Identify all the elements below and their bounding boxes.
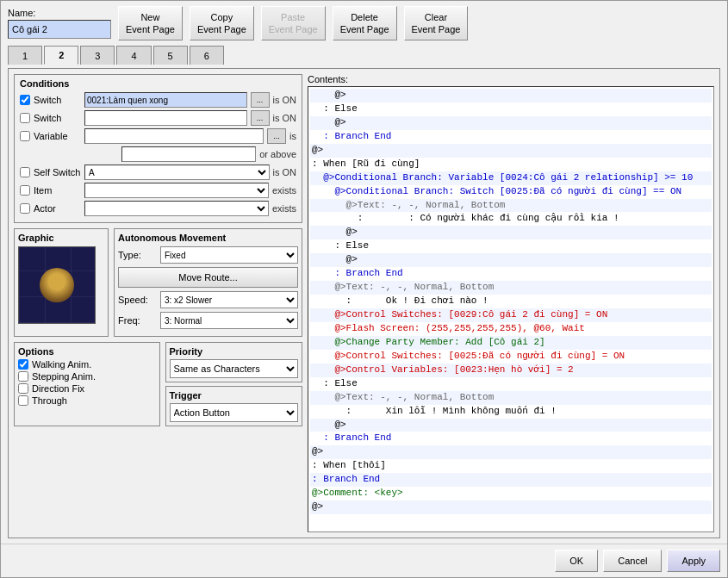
tab-5[interactable]: 5 [153, 46, 188, 65]
condition-item-select[interactable] [84, 183, 269, 198]
condition-switch1-input[interactable] [84, 92, 247, 108]
condition-switch1-ellipsis[interactable]: ... [251, 92, 270, 108]
content-line: : Branch End [310, 473, 712, 487]
priority-box: Priority Below Characters Same as Charac… [165, 342, 303, 382]
condition-item-checkbox[interactable] [20, 185, 30, 196]
content-line: @> [310, 226, 712, 239]
copy-event-page-button[interactable]: CopyEvent Page [190, 6, 254, 40]
autonomous-speed-select[interactable]: 1: x8 Slower 2: x4 Slower 3: x2 Slower 4… [160, 291, 298, 308]
tab-1[interactable]: 1 [8, 46, 42, 65]
cancel-button[interactable]: Cancel [603, 550, 662, 572]
graphic-title: Graphic [18, 233, 104, 243]
option-through-label: Through [32, 395, 67, 406]
conditions-title: Conditions [20, 78, 296, 89]
content-line: : Branch End [310, 130, 712, 144]
condition-actor-checkbox[interactable] [20, 203, 30, 214]
option-direction-fix-row: Direction Fix [18, 383, 156, 394]
ok-button[interactable]: OK [555, 550, 598, 572]
condition-switch1-checkbox[interactable] [20, 95, 30, 105]
conditions-box: Conditions Switch ... is ON Switch ... i… [14, 74, 302, 223]
tab-2[interactable]: 2 [44, 46, 78, 65]
condition-item-label: Item [34, 185, 81, 196]
condition-self-switch-checkbox[interactable] [20, 167, 30, 177]
graphic-sprite [40, 268, 74, 302]
content-line: : Ok ! Đi chơi nào ! [310, 295, 712, 308]
content-line: : Xin lỗi ! Mình không muốn đi ! [310, 405, 712, 419]
apply-button[interactable]: Apply [667, 550, 720, 572]
option-direction-fix-checkbox[interactable] [18, 383, 28, 394]
clear-event-page-button[interactable]: ClearEvent Page [404, 6, 469, 40]
autonomous-speed-row: Speed: 1: x8 Slower 2: x4 Slower 3: x2 S… [118, 291, 298, 308]
content-line: @>Control Switches: [0029:Cô gái 2 đi cù… [310, 308, 712, 322]
content-line: @>Flash Screen: (255,255,255,255), @60, … [310, 322, 712, 336]
tab-3[interactable]: 3 [80, 46, 115, 65]
trigger-select[interactable]: Action Button Player Touch Event Touch A… [170, 403, 299, 422]
new-event-page-button[interactable]: NewEvent Page [118, 6, 183, 40]
condition-switch1-label: Switch [34, 95, 81, 105]
options-box: Options Walking Anim. Stepping Anim. Dir… [14, 342, 160, 426]
condition-variable-ellipsis[interactable]: ... [267, 128, 286, 144]
option-stepping-anim-checkbox[interactable] [18, 371, 28, 382]
condition-item-suffix: exists [272, 185, 296, 196]
contents-area[interactable]: @> : Else @> : Branch End @> : When [Rũ … [308, 86, 714, 532]
condition-variable-suffix: is [289, 131, 296, 141]
condition-variable-label: Variable [34, 131, 81, 141]
options-title: Options [18, 346, 156, 357]
condition-switch2-row: Switch ... is ON [20, 110, 296, 126]
content-line: @>Conditional Branch: Variable [0024:Cô … [310, 171, 712, 185]
condition-variable-checkbox[interactable] [20, 131, 30, 141]
move-route-button[interactable]: Move Route... [118, 267, 298, 288]
event-editor-window: Name: NewEvent Page CopyEvent Page Paste… [0, 0, 728, 578]
autonomous-type-row: Type: Fixed Random Approach Custom [118, 246, 298, 264]
condition-variable-input[interactable] [84, 128, 264, 144]
content-line: : Else [310, 239, 712, 253]
condition-variable-value-row: or above [20, 146, 296, 162]
autonomous-title: Autonomous Movement [118, 233, 298, 243]
condition-variable-row: Variable ... is [20, 128, 296, 144]
condition-self-switch-label: Self Switch [34, 167, 81, 177]
autonomous-type-select[interactable]: Fixed Random Approach Custom [160, 246, 298, 264]
tab-4[interactable]: 4 [116, 46, 151, 65]
name-input[interactable] [8, 20, 111, 39]
condition-switch2-input[interactable] [84, 110, 247, 126]
condition-switch1-suffix: is ON [273, 95, 297, 105]
content-line: @> [310, 445, 712, 459]
delete-event-page-button[interactable]: DeleteEvent Page [333, 6, 397, 40]
content-line: : Else [310, 103, 712, 116]
content-line: : When [thôi] [310, 459, 712, 473]
content-line: @> [310, 144, 712, 158]
condition-variable-value-input[interactable] [121, 146, 256, 162]
paste-event-page-button[interactable]: PasteEvent Page [261, 6, 326, 40]
condition-actor-row: Actor exists [20, 201, 296, 216]
content-line: @> [310, 116, 712, 130]
content-line: @>Conditional Branch: Switch [0025:Đã có… [310, 185, 712, 199]
content-line: @>Text: -, -, Normal, Bottom [310, 199, 712, 213]
autonomous-freq-select[interactable]: 1: Lowest 2: Lower 3: Normal 4: Higher 5… [160, 312, 298, 329]
condition-switch2-ellipsis[interactable]: ... [251, 110, 270, 126]
content-line: : : Có người khác đi cùng cậu rồi kia ! [310, 212, 712, 226]
option-walking-anim-label: Walking Anim. [32, 359, 91, 370]
priority-select[interactable]: Below Characters Same as Characters Abov… [170, 359, 299, 378]
bottom-bar: OK Cancel Apply [1, 544, 727, 577]
name-label: Name: [8, 8, 111, 18]
content-line: @> [310, 500, 712, 514]
condition-actor-select[interactable] [84, 201, 269, 216]
option-through-checkbox[interactable] [18, 395, 28, 406]
option-through-row: Through [18, 395, 156, 406]
option-walking-anim-checkbox[interactable] [18, 359, 28, 370]
option-walking-anim-row: Walking Anim. [18, 359, 156, 370]
condition-actor-suffix: exists [272, 203, 296, 214]
trigger-title: Trigger [170, 390, 299, 401]
condition-self-switch-select[interactable]: ABCD [84, 165, 270, 180]
tab-6[interactable]: 6 [190, 46, 224, 65]
graphic-box: Graphic [14, 228, 109, 337]
autonomous-speed-label: Speed: [118, 295, 157, 305]
content-line: @> [310, 419, 712, 432]
condition-self-switch-suffix: is ON [273, 167, 297, 177]
tabs-row: 1 2 3 4 5 6 [8, 46, 720, 65]
priority-title: Priority [170, 346, 299, 357]
graphic-preview[interactable] [18, 246, 96, 324]
option-stepping-anim-row: Stepping Anim. [18, 371, 156, 382]
condition-switch2-checkbox[interactable] [20, 113, 30, 123]
condition-variable-above-suffix: or above [259, 149, 296, 159]
